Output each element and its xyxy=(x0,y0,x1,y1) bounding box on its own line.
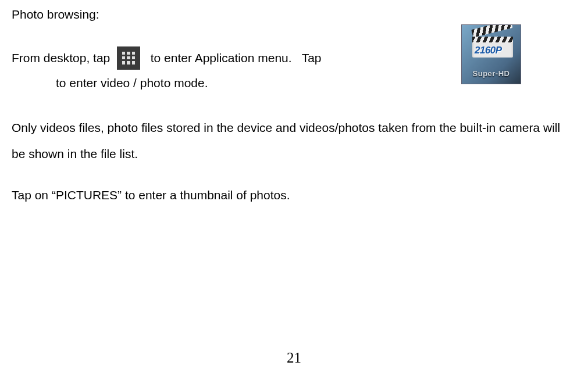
section-heading: Photo browsing: xyxy=(12,5,576,24)
paragraph-storage-note: Only videos files, photo files stored in… xyxy=(12,114,576,167)
superhd-label: Super-HD xyxy=(462,68,521,84)
clapper-top-icon xyxy=(471,24,512,38)
paragraph-pictures-tap: Tap on “PICTURES” to enter a thumbnail o… xyxy=(12,182,576,208)
page-number: 21 xyxy=(0,346,588,370)
resolution-badge: 2160P xyxy=(475,42,502,58)
app-grid-icon xyxy=(117,46,140,70)
text-segment: From desktop, tap xyxy=(12,48,113,68)
video-app-icon: 2160P Super-HD xyxy=(461,24,521,84)
clapper-stripe-icon xyxy=(472,37,513,42)
text-segment: to enter Application menu. Tap xyxy=(144,48,321,68)
grid-dots-icon xyxy=(122,52,135,64)
